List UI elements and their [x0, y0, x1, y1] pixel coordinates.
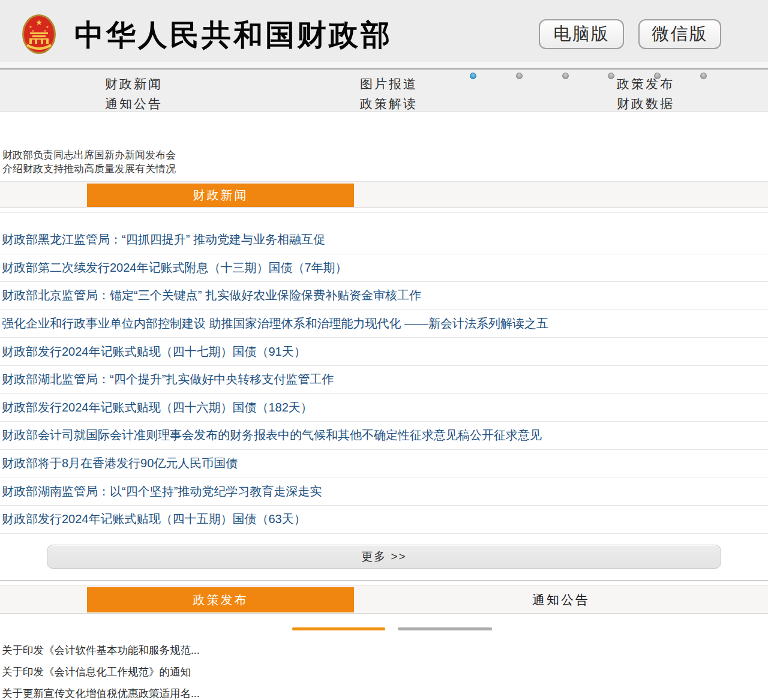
nav-item-finance-news[interactable]: 财政新闻 — [105, 76, 163, 92]
news-link[interactable]: 财政部湖南监管局：以“四个坚持”推动党纪学习教育走深走实 — [2, 483, 322, 500]
news-item: 强化企业和行政事业单位内部控制建设 助推国家治理体系和治理能力现代化 ——新会计… — [0, 310, 768, 338]
carousel-dot-icon[interactable] — [700, 73, 707, 79]
news-list: 财政部黑龙江监管局：“四抓四提升” 推动党建与业务相融互促 财政部第二次续发行2… — [0, 226, 768, 534]
news-link[interactable]: 财政部发行2024年记账式贴现（四十五期）国债（63天） — [2, 511, 306, 527]
news-item: 财政部将于8月在香港发行90亿元人民币国债 — [0, 450, 768, 478]
nav-item-finance-data[interactable]: 财政数据 — [617, 95, 674, 112]
carousel-dot-icon[interactable] — [470, 73, 476, 79]
policy-item: 关于印发《会计信息化工作规范》的通知 — [0, 661, 768, 683]
nav-item-policy-release[interactable]: 政策发布 — [617, 76, 674, 92]
news-link[interactable]: 财政部黑龙江监管局：“四抓四提升” 推动党建与业务相融互促 — [2, 232, 325, 248]
carousel-dot-icon[interactable] — [654, 73, 661, 79]
policy-item: 关于更新宣传文化增值税优惠政策适用名... — [0, 683, 768, 700]
news-link[interactable]: 财政部第二次续发行2024年记账式附息（十三期）国债（7年期） — [2, 260, 347, 276]
national-emblem-logo: ★ ★ ★ ★ ★ — [22, 14, 56, 55]
news-link[interactable]: 强化企业和行政事业单位内部控制建设 助推国家治理体系和治理能力现代化 ——新会计… — [2, 316, 548, 332]
nav-item-notices[interactable]: 通知公告 — [105, 95, 163, 112]
svg-text:★: ★ — [35, 18, 43, 27]
site-header: ★ ★ ★ ★ ★ 中华人民共和国财政部 电脑版 微信版 — [0, 0, 768, 62]
policy-tab-strip: 政策发布 通知公告 — [0, 585, 768, 614]
news-item: 财政部北京监管局：锚定“三个关键点” 扎实做好农业保险保费补贴资金审核工作 — [0, 282, 768, 310]
news-item: 财政部第二次续发行2024年记账式附息（十三期）国债（7年期） — [0, 254, 768, 283]
news-tab-strip: 财政新闻 — [0, 181, 768, 208]
news-link[interactable]: 财政部将于8月在香港发行90亿元人民币国债 — [2, 455, 238, 471]
news-link[interactable]: 财政部发行2024年记账式贴现（四十六期）国债（182天） — [2, 399, 313, 416]
pc-version-button[interactable]: 电脑版 — [539, 19, 624, 49]
news-link[interactable]: 财政部北京监管局：锚定“三个关键点” 扎实做好农业保险保费补贴资金审核工作 — [2, 287, 421, 304]
carousel-dot-icon[interactable] — [608, 73, 614, 79]
svg-text:★: ★ — [32, 29, 35, 32]
policy-list: 关于印发《会计软件基本功能和服务规范... 关于印发《会计信息化工作规范》的通知… — [0, 639, 768, 700]
carousel-dot-icon[interactable] — [516, 73, 523, 79]
news-link[interactable]: 财政部会计司就国际会计准则理事会发布的财务报表中的气候和其他不确定性征求意见稿公… — [2, 427, 542, 443]
policy-link[interactable]: 关于印发《会计软件基本功能和服务规范... — [2, 643, 200, 657]
tab-finance-news[interactable]: 财政新闻 — [87, 184, 354, 207]
mof-mobile-page: ★ ★ ★ ★ ★ 中华人民共和国财政部 电脑版 微信版 财政新闻 图片报道 政… — [0, 0, 768, 700]
nav-item-policy-interpretation[interactable]: 政策解读 — [360, 95, 418, 112]
headline-line2: 介绍财政支持推动高质量发展有关情况 — [2, 162, 176, 176]
list-top-divider — [0, 212, 768, 213]
headline-line1: 财政部负责同志出席国新办新闻发布会 — [2, 148, 176, 162]
policy-link[interactable]: 关于印发《会计信息化工作规范》的通知 — [2, 665, 191, 679]
policy-item: 关于印发《会计软件基本功能和服务规范... — [0, 639, 768, 661]
carousel-dot-icon[interactable] — [562, 73, 569, 79]
policy-link[interactable]: 关于更新宣传文化增值税优惠政策适用名... — [2, 686, 200, 700]
nav-item-photo-reports[interactable]: 图片报道 — [360, 76, 418, 92]
site-title: 中华人民共和国财政部 — [74, 16, 392, 55]
carousel-headline[interactable]: 财政部负责同志出席国新办新闻发布会 介绍财政支持推动高质量发展有关情况 — [2, 148, 176, 176]
tab-policy-release[interactable]: 政策发布 — [87, 587, 354, 612]
news-item: 财政部湖南监管局：以“四个坚持”推动党纪学习教育走深走实 — [0, 477, 768, 506]
section-divider — [0, 580, 768, 581]
pagination-bar-active[interactable] — [292, 627, 385, 630]
more-button[interactable]: 更多 >> — [47, 545, 721, 569]
svg-text:★: ★ — [44, 29, 47, 32]
news-item: 财政部黑龙江监管局：“四抓四提升” 推动党建与业务相融互促 — [0, 226, 768, 254]
tab-notices[interactable]: 通知公告 — [354, 587, 768, 612]
news-item: 财政部发行2024年记账式贴现（四十五期）国债（63天） — [0, 506, 768, 534]
header-divider-strip — [0, 62, 768, 68]
news-link[interactable]: 财政部湖北监管局：“四个提升”扎实做好中央转移支付监管工作 — [2, 371, 334, 387]
news-item: 财政部会计司就国际会计准则理事会发布的财务报表中的气候和其他不确定性征求意见稿公… — [0, 422, 768, 450]
news-item: 财政部湖北监管局：“四个提升”扎实做好中央转移支付监管工作 — [0, 366, 768, 394]
news-item: 财政部发行2024年记账式贴现（四十七期）国债（91天） — [0, 338, 768, 366]
news-item: 财政部发行2024年记账式贴现（四十六期）国债（182天） — [0, 394, 768, 422]
wechat-version-button[interactable]: 微信版 — [638, 19, 721, 49]
main-nav: 财政新闻 图片报道 政策发布 通知公告 政策解读 财政数据 — [0, 70, 768, 112]
news-link[interactable]: 财政部发行2024年记账式贴现（四十七期）国债（91天） — [2, 344, 306, 360]
pagination-bar-inactive[interactable] — [398, 627, 492, 630]
